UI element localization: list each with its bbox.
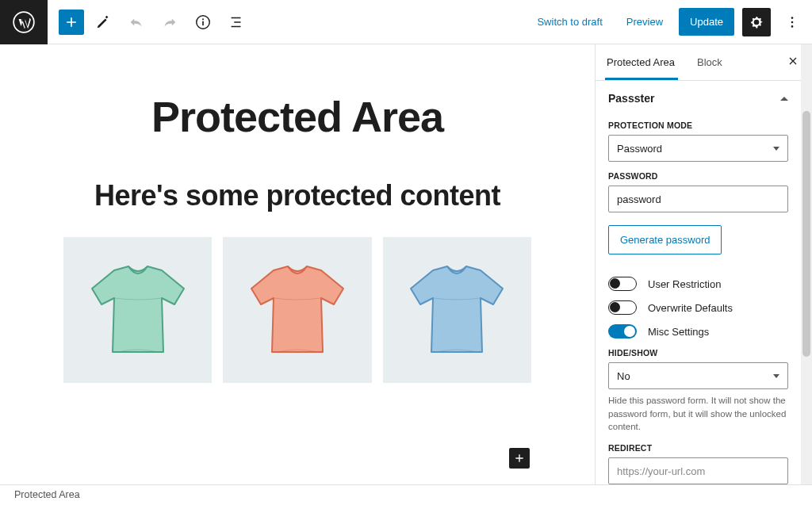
preview-button[interactable]: Preview	[619, 10, 671, 34]
toggle-user-restriction-switch[interactable]	[608, 277, 637, 291]
toggle-misc-settings-switch[interactable]	[608, 324, 637, 339]
protection-mode-value: Password	[617, 143, 662, 155]
list-icon	[228, 13, 245, 31]
protection-mode-label: PROTECTION MODE	[608, 121, 788, 130]
tshirt-row	[63, 237, 531, 383]
tshirt-icon	[401, 258, 512, 362]
close-icon	[787, 55, 799, 67]
tshirt-icon	[242, 258, 353, 362]
sidebar-tabs: Protected Area Block	[596, 44, 812, 81]
editor-topbar: Switch to draft Preview Update	[0, 0, 812, 44]
wordpress-logo[interactable]	[0, 0, 48, 44]
hide-show-help: Hide this password form. It will not sho…	[608, 394, 788, 434]
redo-button[interactable]	[155, 8, 184, 36]
scrollbar-thumb[interactable]	[802, 111, 810, 357]
svg-point-5	[791, 21, 794, 23]
settings-button[interactable]	[742, 8, 771, 36]
undo-button[interactable]	[122, 8, 151, 36]
update-button[interactable]: Update	[679, 8, 734, 36]
info-icon	[194, 13, 212, 31]
redirect-label: REDIRECT	[608, 443, 788, 453]
editor-footer: Protected Area	[0, 484, 812, 505]
outline-button[interactable]	[222, 8, 251, 36]
redirect-input[interactable]	[608, 457, 788, 484]
protection-mode-select[interactable]: Password	[608, 135, 788, 162]
toggle-user-restriction: User Restriction	[608, 277, 788, 291]
plus-icon	[513, 452, 526, 465]
toggle-overwrite-defaults-switch[interactable]	[608, 300, 637, 315]
panel-title: Passster	[608, 92, 654, 105]
dots-vertical-icon	[784, 14, 800, 30]
tshirt-icon	[82, 258, 193, 362]
tab-block[interactable]: Block	[686, 45, 733, 79]
add-block-inline-button[interactable]	[509, 448, 530, 469]
password-input[interactable]	[608, 186, 788, 212]
chevron-up-icon	[780, 97, 788, 101]
tshirt-cell[interactable]	[63, 237, 212, 383]
toolbar-left-group	[48, 8, 251, 36]
plus-icon	[63, 14, 79, 30]
hide-show-value: No	[617, 370, 630, 382]
svg-point-6	[791, 25, 794, 28]
tshirt-cell[interactable]	[223, 237, 371, 383]
wordpress-icon	[13, 11, 35, 33]
hide-show-select[interactable]: No	[608, 362, 788, 389]
svg-point-0	[13, 12, 34, 33]
toggle-user-restriction-label: User Restriction	[648, 278, 721, 290]
toolbar-right-group: Switch to draft Preview Update	[529, 8, 806, 36]
panel-passster-header[interactable]: Passster	[608, 81, 788, 116]
breadcrumb[interactable]: Protected Area	[14, 489, 80, 500]
chevron-down-icon	[773, 147, 779, 151]
hide-show-label: HIDE/SHOW	[608, 348, 788, 358]
page-title[interactable]: Protected Area	[63, 92, 531, 141]
svg-point-2	[202, 18, 204, 20]
tools-button[interactable]	[89, 8, 117, 36]
toggle-overwrite-defaults-label: Overwrite Defaults	[648, 302, 733, 314]
toggle-misc-settings: Misc Settings	[608, 324, 788, 339]
sidebar-content: Passster PROTECTION MODE Password PASSWO…	[596, 81, 801, 484]
add-block-button[interactable]	[59, 10, 84, 35]
password-label: PASSWORD	[608, 171, 788, 181]
inspector-sidebar: Protected Area Block Passster PROTECTION…	[595, 44, 812, 484]
editor-canvas[interactable]: Protected Area Here's some protected con…	[0, 44, 595, 484]
tshirt-cell[interactable]	[383, 237, 531, 383]
redo-icon	[161, 13, 178, 31]
toggle-overwrite-defaults: Overwrite Defaults	[608, 300, 788, 315]
pencil-icon	[94, 13, 112, 31]
gear-icon	[749, 14, 764, 30]
page-subtitle[interactable]: Here's some protected content	[63, 178, 531, 213]
more-options-button[interactable]	[779, 9, 806, 36]
svg-point-4	[791, 17, 794, 19]
info-button[interactable]	[189, 8, 217, 36]
generate-password-button[interactable]: Generate password	[608, 225, 722, 254]
tab-protected-area[interactable]: Protected Area	[596, 45, 686, 79]
svg-rect-3	[202, 21, 204, 25]
scrollbar-track[interactable]	[801, 44, 812, 484]
chevron-down-icon	[773, 374, 779, 378]
editor-body: Protected Area Here's some protected con…	[0, 44, 812, 484]
undo-icon	[128, 13, 145, 31]
switch-to-draft-button[interactable]: Switch to draft	[529, 10, 610, 34]
toggle-misc-settings-label: Misc Settings	[648, 326, 709, 338]
